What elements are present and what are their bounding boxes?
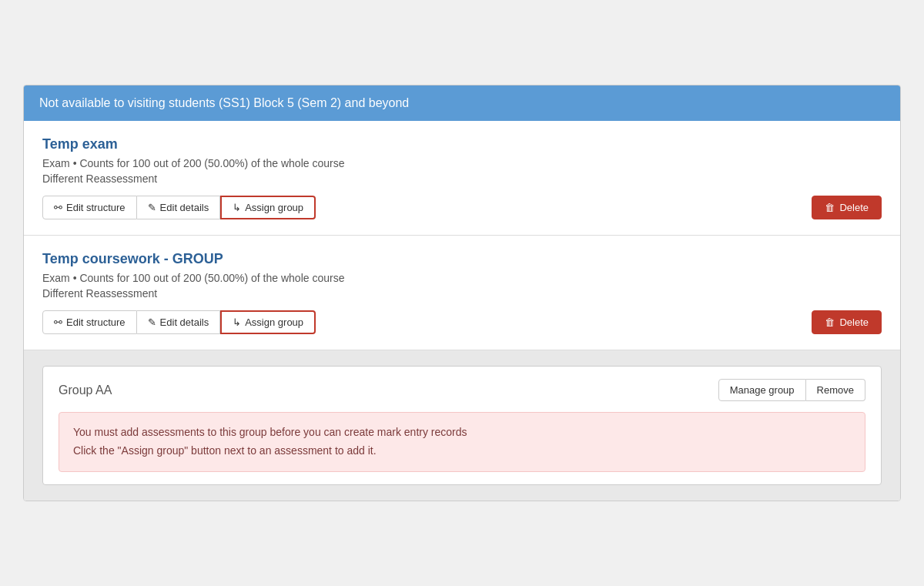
assessment-meta2-2: Different Reassessment <box>42 287 882 300</box>
group-card-actions: Manage group Remove <box>718 379 865 401</box>
header-bar: Not available to visiting students (SS1)… <box>24 85 900 121</box>
delete-button-2[interactable]: 🗑 Delete <box>812 310 882 334</box>
pencil-icon-1: ✎ <box>148 202 156 213</box>
alert-line-2: Click the "Assign group" button next to … <box>73 442 851 460</box>
assessment-actions-1: ⚯ Edit structure ✎ Edit details ↳ Assign… <box>42 196 882 219</box>
folder-icon-1: ↳ <box>233 202 241 213</box>
edit-details-label-1: Edit details <box>160 202 209 213</box>
edit-structure-label-2: Edit structure <box>66 316 126 328</box>
tree-icon-2: ⚯ <box>54 316 62 328</box>
group-card: Group AA Manage group Remove You must ad… <box>42 366 882 485</box>
edit-details-button-1[interactable]: ✎ Edit details <box>137 196 221 219</box>
group-card-header: Group AA Manage group Remove <box>59 379 865 401</box>
header-text: Not available to visiting students (SS1)… <box>39 96 409 109</box>
delete-label-1: Delete <box>839 202 869 213</box>
edit-details-label-2: Edit details <box>160 316 209 328</box>
edit-structure-button-2[interactable]: ⚯ Edit structure <box>42 310 137 334</box>
assign-group-label-1: Assign group <box>245 202 303 213</box>
assessment-section-2: Temp coursework - GROUP Exam • Counts fo… <box>24 236 900 350</box>
action-buttons-left-1: ⚯ Edit structure ✎ Edit details ↳ Assign… <box>42 196 316 219</box>
edit-structure-label-1: Edit structure <box>66 202 126 213</box>
assessment-actions-2: ⚯ Edit structure ✎ Edit details ↳ Assign… <box>42 310 882 334</box>
assessment-meta2-1: Different Reassessment <box>42 172 882 185</box>
delete-label-2: Delete <box>839 316 869 328</box>
action-buttons-left-2: ⚯ Edit structure ✎ Edit details ↳ Assign… <box>42 310 316 334</box>
group-section: Group AA Manage group Remove You must ad… <box>24 350 900 501</box>
edit-details-button-2[interactable]: ✎ Edit details <box>137 310 221 334</box>
tree-icon-1: ⚯ <box>54 202 62 213</box>
assign-group-button-1[interactable]: ↳ Assign group <box>220 196 316 219</box>
alert-line-1: You must add assessments to this group b… <box>73 424 851 442</box>
delete-button-1[interactable]: 🗑 Delete <box>812 196 882 219</box>
assessment-title-2: Temp coursework - GROUP <box>42 251 882 267</box>
assign-group-label-2: Assign group <box>245 316 303 328</box>
assessment-section-1: Temp exam Exam • Counts for 100 out of 2… <box>24 121 900 236</box>
assign-group-button-2[interactable]: ↳ Assign group <box>220 310 316 334</box>
remove-group-button[interactable]: Remove <box>806 379 865 401</box>
group-name: Group AA <box>59 383 112 397</box>
trash-icon-1: 🗑 <box>825 202 835 213</box>
trash-icon-2: 🗑 <box>825 316 835 328</box>
assessment-meta1-2: Exam • Counts for 100 out of 200 (50.00%… <box>42 272 882 284</box>
alert-box: You must add assessments to this group b… <box>59 412 865 472</box>
assessment-meta1-1: Exam • Counts for 100 out of 200 (50.00%… <box>42 157 882 169</box>
edit-structure-button-1[interactable]: ⚯ Edit structure <box>42 196 137 219</box>
manage-group-button[interactable]: Manage group <box>718 379 806 401</box>
main-container: Not available to visiting students (SS1)… <box>23 85 901 501</box>
folder-icon-2: ↳ <box>233 316 241 328</box>
pencil-icon-2: ✎ <box>148 316 156 328</box>
assessment-title-1: Temp exam <box>42 136 882 152</box>
